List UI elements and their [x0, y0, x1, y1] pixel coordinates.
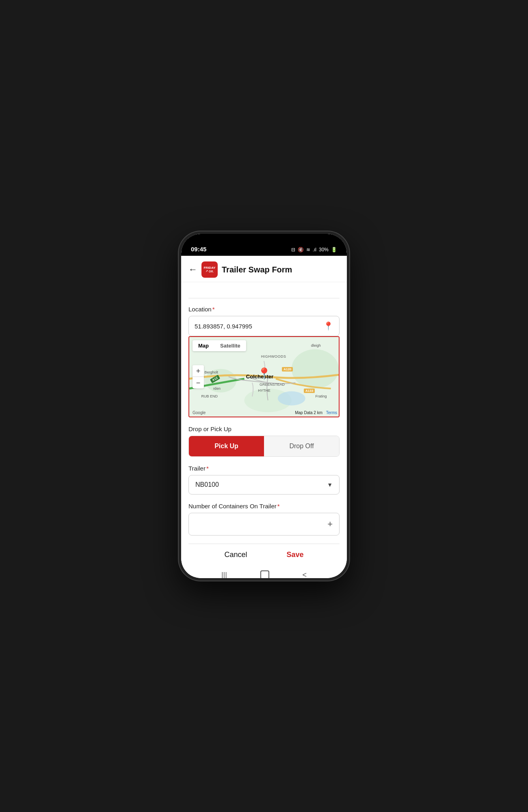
svg-point-4	[278, 391, 305, 406]
page-title: Trailer Swap Form	[222, 265, 292, 274]
home-button-icon[interactable]	[260, 570, 269, 578]
map-zoom-controls: + −	[193, 365, 204, 389]
trailer-label: Trailer*	[188, 465, 340, 472]
location-pin-icon[interactable]: 📍	[323, 321, 333, 331]
map-terms[interactable]: Terms	[326, 410, 337, 415]
trailer-dropdown-arrow-icon: ▼	[327, 482, 333, 488]
location-section: Location* 51.893857, 0.947995 📍	[188, 306, 340, 417]
trailer-required-star: *	[206, 465, 209, 472]
map-toggle-map[interactable]: Map	[193, 340, 214, 351]
status-sound-icon: 🔇	[298, 247, 304, 253]
map-toggle-satellite[interactable]: Satellite	[214, 340, 246, 351]
map-label-hythe: HYTHE	[258, 389, 270, 393]
map-container[interactable]: Map Satellite + − 📍	[188, 336, 340, 417]
trailer-section: Trailer* NB0100 ▼	[188, 465, 340, 495]
map-background: Map Satellite + − 📍	[189, 337, 339, 417]
map-road-a133-badge: A133	[304, 389, 315, 393]
app-logo: FRIDAY ↗ Off.	[201, 261, 218, 278]
map-pin-icon: 📍	[257, 367, 271, 380]
status-time: 09:45	[191, 246, 206, 253]
svg-point-1	[292, 349, 339, 389]
phone-frame: 09:45 ⊟ 🔇 ≋ .ıl 30% 🔋 ← FRIDAY ↗ Off.	[179, 231, 349, 581]
status-icons: ⊟ 🔇 ≋ .ıl 30% 🔋	[291, 247, 337, 253]
recent-apps-icon[interactable]: |||	[221, 571, 227, 579]
drop-pickup-label: Drop or Pick Up	[188, 425, 340, 432]
map-label-greenstead: GREENSTEAD	[260, 382, 285, 387]
map-label-highwoods: HIGHWOODS	[261, 354, 286, 358]
map-toggle[interactable]: Map Satellite	[193, 340, 246, 351]
battery-icon: 🔋	[331, 247, 337, 253]
drop-pickup-toggle: Pick Up Drop Off	[188, 436, 340, 457]
phone-inner: 09:45 ⊟ 🔇 ≋ .ıl 30% 🔋 ← FRIDAY ↗ Off.	[181, 234, 347, 578]
app-content: ← FRIDAY ↗ Off. Trailer Swap Form Locati…	[181, 256, 347, 578]
map-scale: Map Data 2 km	[295, 410, 322, 415]
logo-arrow-icon: ↗	[206, 270, 208, 273]
dynamic-island	[242, 239, 286, 251]
drop-pickup-section: Drop or Pick Up Pick Up Drop Off	[188, 425, 340, 457]
containers-label: Number of Containers On Trailer*	[188, 503, 340, 510]
location-input[interactable]: 51.893857, 0.947995 📍	[188, 316, 340, 336]
zoom-out-button[interactable]: −	[193, 377, 204, 389]
home-indicator-bar: ||| <	[188, 566, 340, 578]
action-bar: Cancel Save	[188, 544, 340, 566]
map-label-rub-end: RUB END	[201, 394, 218, 398]
map-label-frating: Frating	[316, 394, 327, 398]
containers-input[interactable]: +	[188, 513, 340, 536]
status-battery: 30%	[319, 247, 329, 253]
form-content: Location* 51.893857, 0.947995 📍	[181, 282, 347, 578]
zoom-in-button[interactable]: +	[193, 365, 204, 377]
back-navigation-icon[interactable]: <	[303, 571, 307, 579]
trailer-dropdown[interactable]: NB0100 ▼	[188, 475, 340, 495]
containers-required-star: *	[277, 503, 280, 510]
pickup-option[interactable]: Pick Up	[189, 436, 264, 456]
back-button[interactable]: ←	[188, 264, 197, 275]
logo-text-off: ↗ Off.	[206, 270, 214, 273]
map-attribution: Google	[193, 410, 206, 415]
header: ← FRIDAY ↗ Off. Trailer Swap Form	[181, 256, 347, 282]
map-label-dleigh: dleigh	[311, 343, 321, 348]
status-bluetooth-icon: ⊟	[291, 247, 295, 253]
cancel-button[interactable]: Cancel	[224, 551, 247, 559]
containers-section: Number of Containers On Trailer* +	[188, 503, 340, 536]
status-signal-icon: .ıl	[313, 247, 316, 253]
location-required-star: *	[212, 306, 215, 313]
location-coords-value: 51.893857, 0.947995	[195, 323, 323, 330]
status-wifi-icon: ≋	[306, 247, 310, 253]
save-button[interactable]: Save	[286, 551, 303, 559]
containers-add-icon[interactable]: +	[327, 519, 333, 529]
trailer-value: NB0100	[195, 481, 327, 488]
map-label-arden: rden	[213, 387, 221, 391]
map-road-a120-badge: A120	[282, 367, 293, 371]
dropoff-option[interactable]: Drop Off	[264, 436, 339, 456]
top-divider	[188, 282, 340, 298]
location-label: Location*	[188, 306, 340, 313]
logo-text-friday: FRIDAY	[203, 266, 215, 270]
